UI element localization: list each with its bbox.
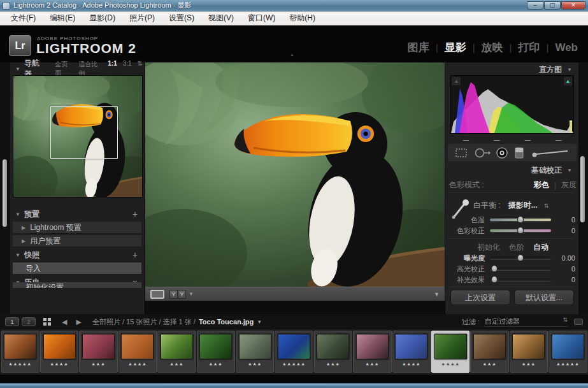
collapse-icon[interactable]: ▼: [15, 252, 20, 258]
module-web[interactable]: Web: [555, 41, 578, 54]
filter-switch-icon[interactable]: [574, 319, 583, 325]
graduated-filter-icon[interactable]: [513, 147, 525, 159]
menu-window[interactable]: 窗口(W): [241, 11, 282, 25]
collapse-icon[interactable]: ▼: [15, 212, 20, 217]
filmstrip-thumbnail-toucan-selected[interactable]: ★★★★: [431, 331, 470, 373]
star-rating[interactable]: ★★★★: [50, 362, 69, 367]
preset-folder-user[interactable]: ▶ 用户预置: [13, 235, 141, 247]
close-button[interactable]: ✕: [561, 1, 585, 10]
after-view-icon[interactable]: Y: [178, 290, 186, 299]
secondary-monitor-button[interactable]: 2: [22, 317, 36, 326]
filmstrip-thumbnail-pink-blossoms[interactable]: ★★★: [353, 331, 391, 373]
menu-file[interactable]: 文件(F): [4, 11, 43, 25]
module-develop[interactable]: 显影: [445, 40, 466, 55]
navigator-header[interactable]: ▼ 导航器 全页面 适合比例 1:1 3:1 ⇅: [11, 62, 143, 75]
star-rating[interactable]: ★★★★: [128, 362, 147, 367]
star-rating[interactable]: ★★★★★: [556, 362, 579, 367]
star-rating[interactable]: ★★★: [483, 362, 497, 367]
reset-settings-button[interactable]: 默认设置...: [514, 290, 574, 305]
filmstrip-thumbnail-green-leaves[interactable]: ★★★: [197, 331, 235, 373]
star-rating[interactable]: ★★★: [522, 362, 536, 367]
exposure-value[interactable]: 0.00: [556, 254, 575, 262]
slider-thumb[interactable]: [517, 227, 524, 234]
menu-photo[interactable]: 照片(P): [122, 11, 162, 25]
preset-folder-lightroom[interactable]: ▶ Lightroom 预置: [13, 222, 141, 234]
exposure-slider[interactable]: [490, 257, 551, 259]
slider-thumb[interactable]: [517, 254, 524, 261]
histogram-header[interactable]: 直方图 ▼: [447, 64, 575, 75]
collapse-icon[interactable]: ▼: [567, 168, 572, 173]
filmstrip-breadcrumb[interactable]: 全部照片 / 15 张照片 / 选择 1 张 /: [92, 317, 196, 327]
maximize-button[interactable]: ▢: [544, 1, 561, 10]
recovery-value[interactable]: 0: [556, 265, 575, 273]
spot-removal-icon[interactable]: [474, 147, 491, 159]
loupe-view-icon[interactable]: [150, 290, 164, 299]
recovery-slider[interactable]: [490, 268, 551, 270]
filter-stepper-icon[interactable]: ⇅: [563, 317, 568, 326]
main-photo-view[interactable]: [145, 62, 445, 287]
filmstrip-thumbnail-desert-dune[interactable]: ★★★★: [118, 331, 157, 373]
top-panel-collapse-icon[interactable]: ▲: [290, 52, 294, 57]
filmstrip-thumbnail-blue-water-leaves[interactable]: ★★★★★: [275, 331, 313, 373]
tone-auto-button[interactable]: 自动: [533, 242, 549, 253]
color-mode-color[interactable]: 彩色: [534, 180, 549, 190]
red-eye-tool-icon[interactable]: [496, 147, 508, 159]
filmstrip-thumbnail-autumn-trees[interactable]: ★★★: [470, 331, 508, 373]
add-preset-icon[interactable]: +: [133, 209, 138, 219]
star-rating[interactable]: ★★★: [326, 362, 340, 367]
filmstrip-thumbnail-red-leaves[interactable]: ★★★: [79, 331, 117, 373]
filmstrip-scroll-area[interactable]: [0, 375, 588, 383]
filmstrip-thumbnail-orange-flowers[interactable]: ★★★★: [40, 331, 78, 373]
module-library[interactable]: 图库: [408, 40, 429, 55]
history-item-clipped[interactable]: 初始化设置: [13, 282, 141, 289]
snapshots-header[interactable]: ▼ 快照 +: [11, 248, 143, 261]
module-slideshow[interactable]: 放映: [482, 40, 503, 55]
star-rating[interactable]: ★★★★: [402, 362, 420, 367]
collapse-icon[interactable]: ▼: [15, 66, 20, 72]
temperature-slider[interactable]: [490, 219, 551, 221]
slider-thumb[interactable]: [517, 216, 524, 223]
before-view-icon[interactable]: Y: [169, 290, 178, 299]
navigator-zoom-rectangle[interactable]: [50, 106, 118, 159]
previous-photo-icon[interactable]: ◀: [62, 318, 67, 326]
left-scrollbar[interactable]: [3, 159, 7, 227]
star-rating[interactable]: ★★★: [209, 362, 223, 367]
presets-header[interactable]: ▼ 预置 +: [11, 208, 143, 220]
fill-light-slider[interactable]: [490, 278, 551, 281]
slider-thumb[interactable]: [491, 265, 498, 272]
adjustment-brush-icon[interactable]: [531, 147, 570, 159]
right-scrollbar[interactable]: [580, 156, 585, 222]
add-snapshot-icon[interactable]: +: [133, 250, 138, 260]
star-rating[interactable]: ★★★★★: [282, 362, 305, 367]
white-balance-stepper-icon[interactable]: ⇅: [544, 203, 549, 209]
star-rating[interactable]: ★★★: [169, 362, 183, 367]
color-mode-grayscale[interactable]: 灰度: [561, 180, 577, 190]
menu-settings[interactable]: 设置(S): [162, 11, 201, 25]
filter-dropdown[interactable]: 自定过滤器 ⇅: [485, 317, 568, 327]
filmstrip-thumbnail-desert-buttes[interactable]: ★★★★★: [1, 331, 39, 373]
menu-help[interactable]: 帮助(H): [282, 11, 322, 25]
crop-tool-icon[interactable]: [454, 147, 468, 159]
star-rating[interactable]: ★★★: [365, 362, 379, 367]
current-filename[interactable]: Toco Toucan.jpg: [199, 318, 254, 326]
menu-develop[interactable]: 显影(D): [82, 11, 122, 25]
filmstrip-thumbnail-stream-rocks[interactable]: ★★★: [314, 331, 352, 373]
temperature-value[interactable]: 0: [556, 216, 575, 224]
collapse-icon[interactable]: ▼: [567, 67, 572, 73]
star-rating[interactable]: ★★★★: [441, 362, 460, 367]
navigator-preview[interactable]: [13, 75, 143, 198]
shadow-clipping-icon[interactable]: ▲: [452, 77, 461, 85]
tint-slider[interactable]: [490, 229, 551, 232]
star-rating[interactable]: ★★★★★: [9, 362, 32, 367]
star-rating[interactable]: ★★★: [248, 362, 262, 367]
tint-value[interactable]: 0: [556, 227, 575, 234]
snapshot-item-import[interactable]: 导入: [13, 262, 141, 275]
toolbar-options-icon[interactable]: ▼: [434, 291, 440, 298]
histogram-panel[interactable]: ▲ ▲: [450, 75, 574, 134]
filmstrip-thumbnail-forest-path[interactable]: ★★★: [157, 331, 196, 373]
previous-settings-button[interactable]: 上次设置: [450, 290, 510, 305]
menu-view[interactable]: 视图(V): [201, 11, 241, 25]
before-after-dropdown-icon[interactable]: ▼: [189, 291, 194, 297]
expand-icon[interactable]: ▶: [22, 225, 25, 231]
filmstrip-thumbnail-iceberg[interactable]: ★★★★: [392, 331, 431, 373]
